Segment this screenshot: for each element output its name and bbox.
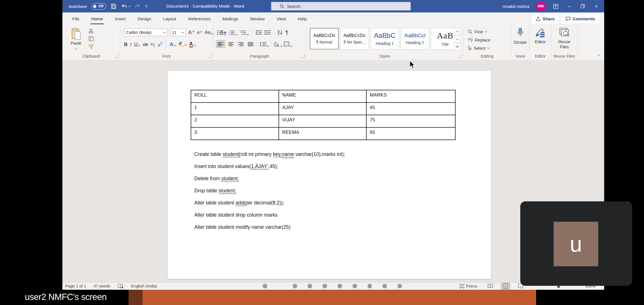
sql-text-block[interactable]: Create table student(roll int primary ke… [194, 151, 345, 236]
styles-more-button[interactable] [454, 43, 461, 51]
restore-button[interactable] [579, 3, 586, 10]
align-right-button[interactable] [236, 40, 245, 48]
clipboard-dialog-launcher[interactable] [114, 54, 118, 58]
dictate-button[interactable]: Dictate [511, 28, 529, 45]
style-heading-2[interactable]: AaBbCclHeading 2 [401, 28, 429, 49]
align-center-button[interactable] [227, 40, 235, 48]
sort-button[interactable]: AZ [278, 30, 283, 35]
numbering-button[interactable]: 123 [229, 30, 237, 35]
table-cell[interactable]: AJAY [279, 103, 366, 115]
language-indicator[interactable]: English (India) [131, 284, 157, 288]
shrink-font-button[interactable]: A [197, 30, 202, 35]
superscript-button[interactable]: x2 [158, 41, 162, 47]
focus-button[interactable]: Focus [459, 282, 477, 290]
shading-button[interactable] [274, 42, 282, 47]
tab-layout[interactable]: Layout [157, 12, 182, 25]
table-cell[interactable]: 3 [191, 127, 279, 140]
styles-scroll-up-button[interactable] [454, 28, 461, 35]
show-marks-button[interactable]: ¶ [285, 30, 288, 35]
paste-button[interactable]: Paste [68, 28, 84, 51]
decrease-indent-icon[interactable] [256, 30, 262, 35]
participant-video-tile[interactable]: u [520, 201, 632, 286]
tab-mailings[interactable]: Mailings [216, 12, 244, 25]
word-count[interactable]: 47 words [93, 284, 110, 288]
read-mode-button[interactable] [488, 284, 493, 288]
tab-file[interactable]: File [66, 12, 85, 25]
share-button[interactable]: Share [532, 14, 559, 23]
tab-help[interactable]: Help [292, 12, 313, 25]
user-avatar[interactable]: MM [536, 2, 545, 11]
underline-button[interactable]: U [134, 42, 140, 47]
minimize-button[interactable]: – [566, 3, 573, 10]
replace-button[interactable]: b c Replace [468, 36, 490, 43]
table-cell[interactable]: VIJAY [279, 115, 366, 127]
redo-button[interactable] [135, 3, 140, 9]
table-header-cell[interactable]: MARKS [366, 90, 455, 103]
table-cell[interactable]: 2 [191, 115, 279, 127]
tab-insert[interactable]: Insert [109, 12, 132, 25]
sql-line[interactable]: Delete from student; [194, 175, 345, 182]
sql-line[interactable]: Insert into student values(1,ÁJAY’,45); [194, 163, 345, 170]
user-name[interactable]: mradul mishra [502, 4, 529, 9]
font-color-button[interactable]: A [189, 41, 195, 48]
font-dialog-launcher[interactable] [208, 54, 211, 58]
highlight-button[interactable] [179, 42, 187, 47]
table-cell[interactable]: 75 [366, 115, 455, 127]
cut-icon[interactable] [88, 28, 94, 33]
grow-font-button[interactable]: A [188, 29, 194, 36]
style-normal[interactable]: AaBbCcDc¶ Normal [310, 28, 339, 49]
copy-icon[interactable] [88, 36, 94, 42]
bold-button[interactable]: B [124, 42, 127, 47]
strikethrough-button[interactable]: ab [143, 42, 148, 47]
editor-button[interactable]: Editor [530, 28, 551, 44]
search-input[interactable]: Search [271, 2, 411, 10]
find-button[interactable]: Find [468, 28, 490, 35]
tab-design[interactable]: Design [132, 12, 157, 25]
justify-button[interactable] [246, 40, 255, 48]
change-case-button[interactable]: Aa [205, 30, 213, 35]
table-cell[interactable]: 1 [191, 103, 279, 115]
document-page[interactable]: ROLLNAMEMARKS1AJAY452VIJAY753REEMA65 Cre… [167, 71, 491, 279]
styles-scroll-down-button[interactable] [454, 36, 461, 43]
tab-home[interactable]: Home [85, 12, 109, 25]
sql-line[interactable]: Alter table student modify name varchar(… [194, 223, 345, 231]
undo-button[interactable] [121, 3, 130, 9]
font-size-select[interactable]: 11 [170, 29, 186, 36]
table-cell[interactable]: 45 [366, 103, 455, 115]
table-header-cell[interactable]: NAME [279, 90, 366, 103]
style-heading-1[interactable]: AaBbCHeading 1 [370, 28, 399, 49]
format-painter-icon[interactable] [88, 44, 94, 50]
tab-review[interactable]: Review [244, 12, 271, 25]
print-layout-button[interactable] [501, 282, 510, 290]
style-no-spac[interactable]: AaBbCcDc¶ No Spac... [340, 28, 369, 49]
font-family-select[interactable]: Calibri (Body) [124, 29, 167, 36]
save-button[interactable] [111, 3, 117, 9]
page-indicator[interactable]: Page 1 of 1 [65, 284, 86, 288]
select-button[interactable]: Select [468, 45, 490, 51]
borders-button[interactable] [284, 42, 292, 47]
sql-line[interactable]: Alter table student add(per decimal(8,2)… [194, 199, 345, 206]
multilevel-list-button[interactable] [240, 30, 249, 35]
line-spacing-button[interactable] [260, 42, 269, 47]
sql-line[interactable]: Alter table student drop column marks [194, 211, 345, 219]
sql-line[interactable]: Create table student(roll int primary ke… [194, 151, 345, 158]
proofing-errors-icon[interactable] [118, 284, 124, 289]
paragraph-dialog-launcher[interactable] [301, 54, 304, 58]
table-cell[interactable]: 65 [366, 127, 455, 140]
sql-line[interactable]: Drop table student; [194, 187, 345, 194]
styles-dialog-launcher[interactable] [458, 54, 461, 58]
table-cell[interactable]: REEMA [279, 127, 366, 140]
text-effects-button[interactable]: A [169, 41, 176, 47]
ribbon-display-options-button[interactable] [552, 3, 559, 10]
increase-indent-icon[interactable] [264, 30, 271, 35]
customize-qat-button[interactable] [145, 5, 148, 7]
subscript-button[interactable]: x2 [151, 42, 155, 47]
table-header-cell[interactable]: ROLL [191, 90, 279, 103]
close-button[interactable]: × [593, 3, 600, 10]
autosave-toggle[interactable]: Off [92, 3, 106, 10]
tab-references[interactable]: References [182, 12, 216, 25]
align-left-button[interactable] [216, 40, 225, 48]
doc-table[interactable]: ROLLNAMEMARKS1AJAY452VIJAY753REEMA65 [191, 90, 456, 140]
comments-button[interactable]: Comments [562, 14, 599, 23]
collapse-ribbon-button[interactable] [598, 55, 601, 58]
